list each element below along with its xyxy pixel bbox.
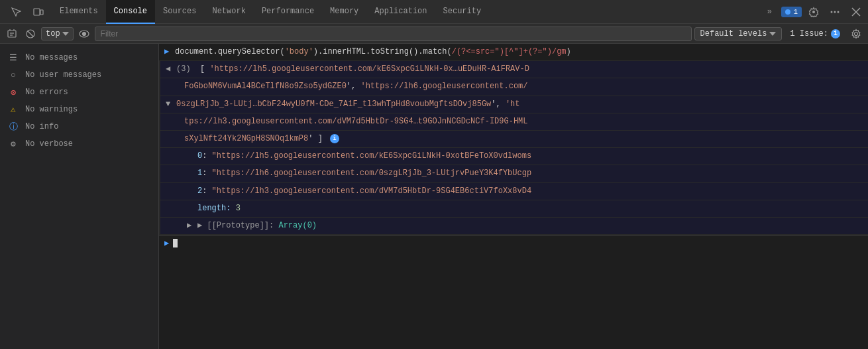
more-options-icon[interactable]: [826, 3, 844, 21]
issues-dot: [785, 9, 790, 15]
info-icon: [8, 121, 19, 132]
user-icon: [8, 70, 19, 80]
close-devtools-icon[interactable]: [847, 3, 865, 21]
levels-select[interactable]: Default levels: [694, 27, 783, 40]
sidebar-item-messages[interactable]: No messages: [0, 49, 158, 66]
tab-application[interactable]: Application: [366, 0, 435, 24]
sidebar-item-verbose[interactable]: No verbose: [0, 135, 158, 153]
svg-rect-1: [40, 10, 43, 15]
svg-rect-0: [34, 9, 40, 15]
svg-rect-8: [8, 31, 16, 37]
tab-memory[interactable]: Memory: [322, 0, 366, 24]
main-area: No messages No user messages No errors N…: [0, 44, 868, 349]
svg-point-2: [812, 11, 815, 13]
tab-elements[interactable]: Elements: [52, 0, 106, 24]
device-toggle-icon[interactable]: [29, 3, 48, 21]
settings-icon[interactable]: [804, 3, 823, 21]
svg-point-16: [82, 32, 85, 35]
console-command-text: document.querySelector('body').innerHTML…: [175, 46, 868, 58]
context-select[interactable]: top: [41, 27, 74, 40]
error-icon: [8, 87, 19, 98]
console-prototype: ▶ ▶ [[Prototype]]: Array(0): [159, 218, 868, 235]
tab-network[interactable]: Network: [204, 0, 253, 24]
sidebar-item-user-messages[interactable]: No user messages: [0, 66, 158, 84]
prototype-arrow[interactable]: ▶: [187, 220, 195, 232]
tab-sources[interactable]: Sources: [155, 0, 204, 24]
console-result-line5: ▼ sXylNft24Yk2NGpH8SNOq1kmP8' ] i: [159, 131, 868, 148]
console-command-entry: ▶ document.querySelector('body').innerHT…: [159, 44, 868, 61]
tab-security[interactable]: Security: [435, 0, 490, 24]
tab-console[interactable]: Console: [106, 0, 155, 24]
console-result-line4: ▼ tps://lh3.googleusercontent.com/dVM7d5…: [159, 113, 868, 131]
inspect-icon[interactable]: [7, 3, 25, 21]
console-url-0: ▼ 0: "https://lh5.googleusercontent.com/…: [159, 148, 868, 165]
svg-line-14: [28, 31, 33, 36]
console-panel[interactable]: ▶ document.querySelector('body').innerHT…: [159, 44, 868, 349]
eye-icon[interactable]: [76, 26, 92, 42]
svg-point-5: [838, 11, 840, 13]
console-url-2: ▼ 2: "https://lh3.googleusercontent.com/…: [159, 183, 868, 200]
list-icon: [8, 52, 19, 63]
console-prompt[interactable]: ▶: [159, 235, 868, 251]
console-url-1: ▼ 1: "https://lh6.googleusercontent.com/…: [159, 165, 868, 182]
devtools-icons: [3, 3, 52, 21]
sidebar-item-warnings[interactable]: No warnings: [0, 101, 158, 118]
tab-bar: Elements Console Sources Network Perform…: [0, 0, 868, 24]
tab-performance[interactable]: Performance: [254, 0, 322, 24]
svg-point-4: [834, 11, 836, 13]
console-settings-icon[interactable]: [848, 26, 864, 42]
console-result-count: ◀ (3) [ 'https://lh5.googleusercontent.c…: [159, 61, 868, 78]
stop-icon[interactable]: [23, 26, 38, 42]
clear-console-icon[interactable]: [4, 26, 20, 42]
more-tabs-icon[interactable]: »: [760, 3, 779, 21]
svg-point-17: [855, 32, 858, 35]
collapse-arrow[interactable]: ▼: [166, 98, 174, 111]
command-arrow[interactable]: ▶: [164, 46, 172, 58]
console-length: ▼ length: 3: [159, 200, 868, 218]
filter-input[interactable]: [95, 27, 692, 41]
console-result-line1: (3) [ 'https://lh5.googleusercontent.com…: [176, 63, 868, 76]
prompt-cursor: [173, 239, 178, 247]
prompt-arrow: ▶: [164, 238, 169, 248]
sidebar: No messages No user messages No errors N…: [0, 44, 159, 349]
info-tooltip-badge[interactable]: i: [330, 134, 339, 143]
result-arrow-left[interactable]: ◀: [166, 63, 174, 76]
console-result-line3: ▼ 0szgLRjJb_3-LUtj…bCbF24wyU0fM-CDe_7A1F…: [159, 96, 868, 113]
console-toolbar: top Default levels 1 Issue: 1: [0, 24, 868, 44]
console-result-line2: ▼ FoGboNM6VumAl4BCeTlfN8o9Zso5ydGZE0', '…: [159, 78, 868, 96]
issue-icon: 1: [831, 29, 840, 38]
svg-point-3: [831, 11, 833, 13]
warning-icon: [8, 104, 19, 115]
issues-badge[interactable]: 1: [781, 7, 802, 17]
sidebar-item-errors[interactable]: No errors: [0, 84, 158, 101]
sidebar-item-info[interactable]: No info: [0, 118, 158, 135]
tab-bar-right: » 1: [760, 3, 865, 21]
verbose-icon: [8, 139, 19, 149]
issues-count[interactable]: 1 Issue: 1: [785, 28, 845, 40]
